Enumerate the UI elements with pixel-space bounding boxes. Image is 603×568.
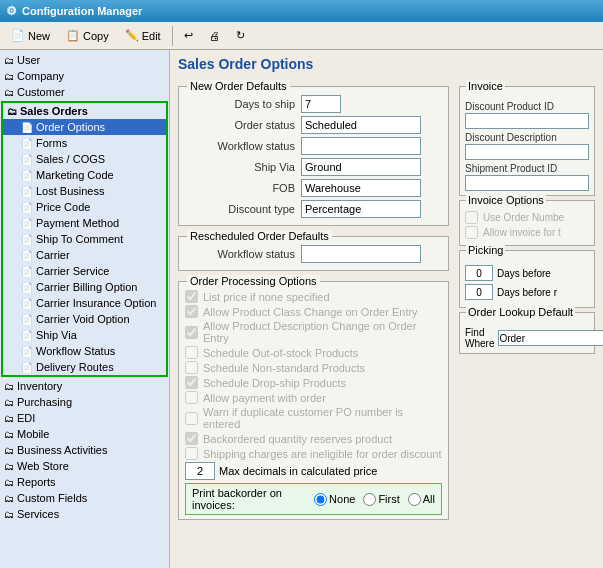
sidebar-label-workflow-status: Workflow Status — [36, 345, 115, 357]
checkbox-nonstandard-input[interactable] — [185, 361, 198, 374]
sidebar-item-payment-method[interactable]: 📄 Payment Method — [3, 215, 166, 231]
sidebar-item-customer[interactable]: 🗂 Customer — [0, 84, 169, 100]
checkbox-product-class-input[interactable] — [185, 305, 198, 318]
allow-invoice-label: Allow invoice for t — [483, 227, 561, 238]
sidebar-item-edi[interactable]: 🗂 EDI — [0, 410, 169, 426]
edit-icon: ✏️ — [125, 29, 139, 42]
sidebar-label-carrier-insurance: Carrier Insurance Option — [36, 297, 156, 309]
use-order-number-label: Use Order Numbe — [483, 212, 564, 223]
new-button[interactable]: 📄 New — [4, 25, 57, 47]
sidebar-label-sales-cogs: Sales / COGS — [36, 153, 105, 165]
copy-button[interactable]: 📋 Copy — [59, 25, 116, 47]
sidebar-label-sales-orders: Sales Orders — [20, 105, 88, 117]
order-lookup-section: Order Lookup Default Find Where — [459, 312, 595, 354]
sidebar-item-workflow-status[interactable]: 📄 Workflow Status — [3, 343, 166, 359]
fob-label: FOB — [185, 182, 295, 194]
backorder-none-option[interactable]: None — [314, 493, 355, 506]
doc-icon: 📄 — [21, 138, 33, 149]
max-decimals-label: Max decimals in calculated price — [219, 465, 377, 477]
doc-icon: 📄 — [21, 282, 33, 293]
find-where-input[interactable] — [498, 330, 603, 346]
sidebar-item-ship-via[interactable]: 📄 Ship Via — [3, 327, 166, 343]
refresh-button[interactable]: ↻ — [229, 25, 252, 47]
checkbox-warn-duplicate-input[interactable] — [185, 412, 198, 425]
discount-description-input[interactable] — [465, 144, 589, 160]
sidebar-item-lost-business[interactable]: 📄 Lost Business — [3, 183, 166, 199]
days-to-ship-label: Days to ship — [185, 98, 295, 110]
discount-product-id-input[interactable] — [465, 113, 589, 129]
sidebar-label-services: Services — [17, 508, 59, 520]
backorder-none-radio[interactable] — [314, 493, 327, 506]
backorder-all-option[interactable]: All — [408, 493, 435, 506]
invoice-section-label: Invoice — [466, 80, 505, 92]
discount-product-id-label: Discount Product ID — [465, 101, 554, 112]
resched-workflow-input[interactable] — [301, 245, 421, 263]
sidebar-item-services[interactable]: 🗂 Services — [0, 506, 169, 522]
sidebar-item-web-store[interactable]: 🗂 Web Store — [0, 458, 169, 474]
workflow-status-input[interactable] — [301, 137, 421, 155]
checkbox-out-of-stock-label: Schedule Out-of-stock Products — [203, 347, 358, 359]
sidebar-item-delivery-routes[interactable]: 📄 Delivery Routes — [3, 359, 166, 375]
undo-button[interactable]: ↩ — [177, 25, 200, 47]
checkbox-nonstandard: Schedule Non-standard Products — [185, 361, 442, 374]
sidebar-item-mobile[interactable]: 🗂 Mobile — [0, 426, 169, 442]
shipment-product-id-input[interactable] — [465, 175, 589, 191]
rescheduled-order-defaults-label: Rescheduled Order Defaults — [187, 230, 332, 242]
sidebar-item-sales-cogs[interactable]: 📄 Sales / COGS — [3, 151, 166, 167]
order-status-input[interactable] — [301, 116, 421, 134]
sidebar-item-user[interactable]: 🗂 User — [0, 52, 169, 68]
checkbox-allow-payment-input[interactable] — [185, 391, 198, 404]
checkbox-dropship-input[interactable] — [185, 376, 198, 389]
sidebar-item-carrier-service[interactable]: 📄 Carrier Service — [3, 263, 166, 279]
picking-days-1-input[interactable] — [465, 265, 493, 281]
discount-description-label: Discount Description — [465, 132, 557, 143]
sidebar-item-inventory[interactable]: 🗂 Inventory — [0, 378, 169, 394]
invoice-options-label: Invoice Options — [466, 194, 546, 206]
sidebar-item-purchasing[interactable]: 🗂 Purchasing — [0, 394, 169, 410]
edit-button[interactable]: ✏️ Edit — [118, 25, 168, 47]
checkbox-product-desc-input[interactable] — [185, 326, 198, 339]
checkbox-list-price: List price if none specified — [185, 290, 442, 303]
sidebar-label-carrier: Carrier — [36, 249, 70, 261]
checkbox-dropship-label: Schedule Drop-ship Products — [203, 377, 346, 389]
max-decimals-input[interactable] — [185, 462, 215, 480]
use-order-number-checkbox[interactable] — [465, 211, 478, 224]
discount-type-input[interactable] — [301, 200, 421, 218]
sidebar-item-business-activities[interactable]: 🗂 Business Activities — [0, 442, 169, 458]
backorder-all-radio[interactable] — [408, 493, 421, 506]
sidebar-item-price-code[interactable]: 📄 Price Code — [3, 199, 166, 215]
backorder-first-radio[interactable] — [363, 493, 376, 506]
picking-days-2-row: Days before r — [465, 284, 589, 300]
sidebar-item-carrier-insurance[interactable]: 📄 Carrier Insurance Option — [3, 295, 166, 311]
folder-icon: 🗂 — [4, 71, 14, 82]
sidebar-item-reports[interactable]: 🗂 Reports — [0, 474, 169, 490]
checkbox-out-of-stock-input[interactable] — [185, 346, 198, 359]
sidebar-item-custom-fields[interactable]: 🗂 Custom Fields — [0, 490, 169, 506]
backorder-first-option[interactable]: First — [363, 493, 399, 506]
print-button[interactable]: 🖨 — [202, 25, 227, 47]
workflow-status-label: Workflow status — [185, 140, 295, 152]
ship-via-input[interactable] — [301, 158, 421, 176]
sidebar-item-forms[interactable]: 📄 Forms — [3, 135, 166, 151]
picking-days-2-input[interactable] — [465, 284, 493, 300]
sidebar-item-ship-to-comment[interactable]: 📄 Ship To Comment — [3, 231, 166, 247]
sidebar-item-carrier[interactable]: 📄 Carrier — [3, 247, 166, 263]
sidebar-item-carrier-billing[interactable]: 📄 Carrier Billing Option — [3, 279, 166, 295]
checkbox-backorder-qty-input[interactable] — [185, 432, 198, 445]
days-to-ship-input[interactable] — [301, 95, 341, 113]
checkbox-list-price-input[interactable] — [185, 290, 198, 303]
picking-days-1-row: Days before — [465, 265, 589, 281]
sidebar-label-order-options: Order Options — [36, 121, 105, 133]
sidebar-item-sales-orders[interactable]: 🗂 Sales Orders — [3, 103, 166, 119]
sidebar-item-order-options[interactable]: 📄 Order Options — [3, 119, 166, 135]
sidebar-item-carrier-void[interactable]: 📄 Carrier Void Option — [3, 311, 166, 327]
sidebar-label-business-activities: Business Activities — [17, 444, 107, 456]
allow-invoice-checkbox[interactable] — [465, 226, 478, 239]
sidebar-item-marketing-code[interactable]: 📄 Marketing Code — [3, 167, 166, 183]
sidebar-label-reports: Reports — [17, 476, 56, 488]
fob-input[interactable] — [301, 179, 421, 197]
sidebar-item-company[interactable]: 🗂 Company — [0, 68, 169, 84]
checkbox-shipping-charges-input[interactable] — [185, 447, 198, 460]
resched-workflow-row: Workflow status — [185, 245, 442, 263]
picking-section: Picking Days before Days before r — [459, 250, 595, 308]
